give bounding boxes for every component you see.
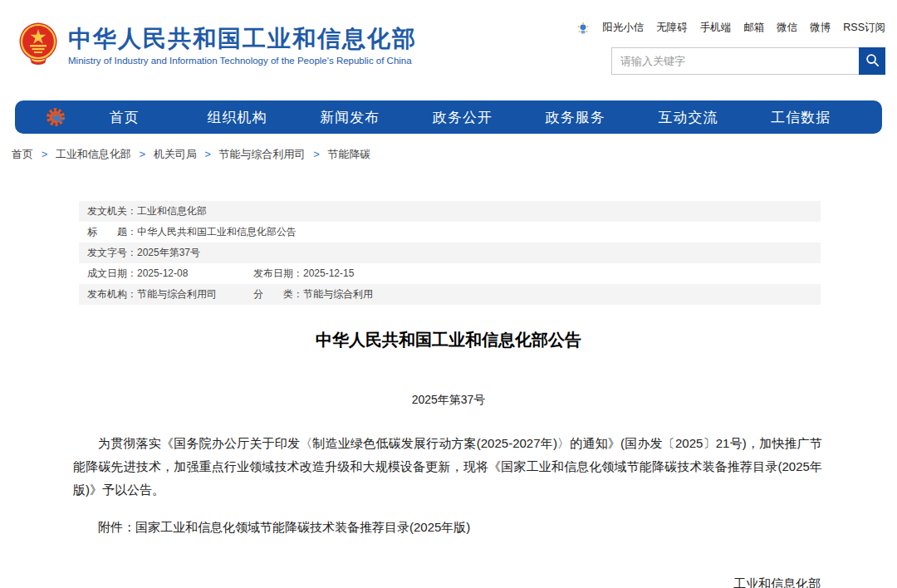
announcement-number: 2025年第37号 xyxy=(0,393,897,407)
nav-item-news[interactable]: 新闻发布 xyxy=(293,108,406,127)
meta-value: 2025年第37号 xyxy=(137,247,200,258)
document-meta-table: 发文机关：工业和信息化部 标 题：中华人民共和国工业和信息化部公告 发文字号：2… xyxy=(79,201,821,305)
nav-item-home[interactable]: 首页 xyxy=(68,108,181,127)
miit-gear-logo-icon xyxy=(45,105,68,129)
meta-row-dates: 成文日期：2025-12-08 发布日期：2025-12-15 xyxy=(79,263,821,284)
quick-link-rss[interactable]: RSS订阅 xyxy=(843,21,885,35)
quick-link-mobile[interactable]: 手机端 xyxy=(700,21,732,35)
national-emblem-icon xyxy=(18,22,58,65)
breadcrumb-separator: > xyxy=(313,148,320,160)
search-icon xyxy=(865,52,880,71)
meta-label: 发文字号： xyxy=(87,247,137,258)
site-title: 中华人民共和国工业和信息化部 xyxy=(68,27,417,51)
nav-item-data[interactable]: 工信数据 xyxy=(744,108,857,127)
main-nav: 首页 组织机构 新闻发布 政务公开 政务服务 互动交流 工信数据 xyxy=(15,100,882,134)
attachment-link[interactable]: 附件：国家工业和信息化领域节能降碳技术装备推荐目录(2025年版) xyxy=(73,518,822,536)
breadcrumb-current: 节能降碳 xyxy=(327,148,370,160)
signature-name: 工业和信息化部 xyxy=(733,574,821,588)
announcement-body: 为贯彻落实《国务院办公厅关于印发〈制造业绿色低碳发展行动方案(2025-2027… xyxy=(73,432,822,502)
breadcrumb-separator: > xyxy=(139,148,145,160)
site-brand[interactable]: 中华人民共和国工业和信息化部 Ministry of Industry and … xyxy=(18,22,417,66)
quick-link-accessibility[interactable]: 无障碍 xyxy=(656,21,688,35)
meta-row-publisher-category: 发布机构：节能与综合利用司 分 类：节能与综合利用 xyxy=(79,284,821,305)
meta-label: 成文日期： xyxy=(87,267,137,279)
header-quick-links: 阳光小信 无障碍 手机端 邮箱 微信 微博 RSS订阅 xyxy=(576,21,885,35)
meta-value: 节能与综合利用司 xyxy=(137,288,217,300)
breadcrumb-separator: > xyxy=(204,148,211,160)
nav-item-organization[interactable]: 组织机构 xyxy=(181,108,294,127)
meta-label: 分 类： xyxy=(253,288,303,300)
quick-link-mail[interactable]: 邮箱 xyxy=(743,21,764,35)
nav-item-interaction[interactable]: 互动交流 xyxy=(632,108,745,127)
meta-label: 发布机构： xyxy=(87,288,137,300)
site-subtitle: Ministry of Industry and Information Tec… xyxy=(68,56,417,66)
quick-link-wechat[interactable]: 微信 xyxy=(777,21,797,35)
announcement-title: 中华人民共和国工业和信息化部公告 xyxy=(0,330,897,350)
quick-link-weibo[interactable]: 微博 xyxy=(810,21,831,35)
nav-item-gov-services[interactable]: 政务服务 xyxy=(519,108,632,127)
meta-row-document-number: 发文字号：2025年第37号 xyxy=(79,243,821,263)
breadcrumb-energy-dept[interactable]: 节能与综合利用司 xyxy=(219,148,306,160)
meta-value: 工业和信息化部 xyxy=(137,205,207,217)
meta-value: 节能与综合利用 xyxy=(303,288,373,300)
meta-value: 中华人民共和国工业和信息化部公告 xyxy=(137,226,297,238)
search-button[interactable] xyxy=(859,47,885,75)
search-box xyxy=(611,47,885,75)
breadcrumb-separator: > xyxy=(42,148,48,160)
breadcrumb-departments[interactable]: 机关司局 xyxy=(154,148,197,160)
nav-item-gov-affairs[interactable]: 政务公开 xyxy=(406,108,519,127)
sunshine-assistant-icon xyxy=(576,22,590,35)
search-input[interactable] xyxy=(612,48,859,74)
breadcrumb-miit[interactable]: 工业和信息化部 xyxy=(56,148,131,160)
breadcrumb: 首页 > 工业和信息化部 > 机关司局 > 节能与综合利用司 > 节能降碳 xyxy=(12,147,897,161)
quick-link-sunshine[interactable]: 阳光小信 xyxy=(602,21,644,35)
meta-label: 发文机关： xyxy=(87,205,137,217)
meta-row-issuing-authority: 发文机关：工业和信息化部 xyxy=(79,201,821,222)
site-header: 中华人民共和国工业和信息化部 Ministry of Industry and … xyxy=(0,0,897,91)
meta-row-title: 标 题：中华人民共和国工业和信息化部公告 xyxy=(79,222,821,243)
breadcrumb-home[interactable]: 首页 xyxy=(12,148,33,160)
signature-block: 工业和信息化部 2025年12月8日 xyxy=(0,574,821,588)
meta-label: 标 题： xyxy=(87,226,137,238)
meta-value: 2025-12-08 xyxy=(137,267,188,279)
meta-value: 2025-12-15 xyxy=(303,267,354,279)
meta-label: 发布日期： xyxy=(253,267,303,279)
